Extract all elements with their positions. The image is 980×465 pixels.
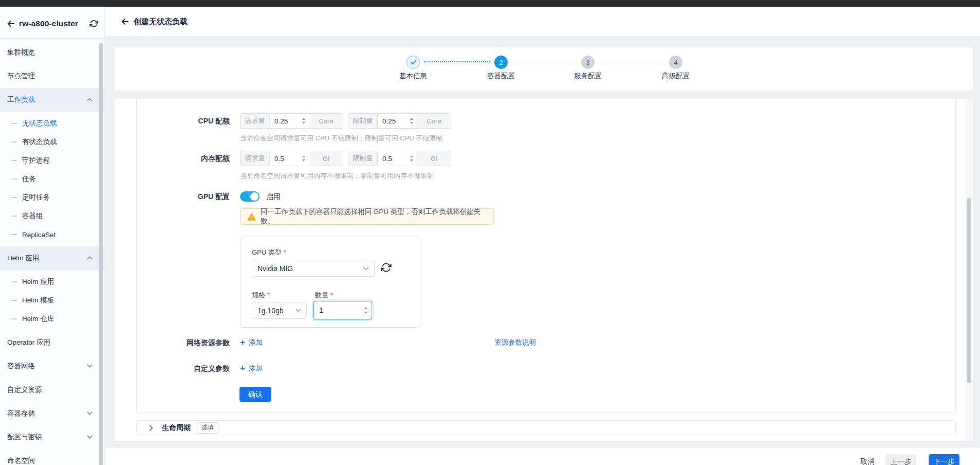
dash-icon: [11, 178, 17, 180]
network-params-label: 网络资源参数: [115, 337, 230, 348]
gpu-config-label: GPU 配置: [115, 191, 230, 202]
page-header: 创建无状态负载: [105, 7, 980, 37]
sidebar-scrollbar-thumb[interactable]: [99, 43, 103, 465]
sidebar-group-config-secrets[interactable]: 配置与密钥: [0, 425, 105, 449]
cpu-request-input[interactable]: [270, 114, 299, 128]
step-1-finished[interactable]: [406, 56, 420, 69]
step-2-active[interactable]: 2: [494, 56, 508, 69]
cpu-unit-suffix: Core: [417, 114, 451, 128]
stepper-card: 2 3 4 基本信息 容器配置 服务配置 高级配置: [115, 47, 973, 91]
sidebar-item-pods[interactable]: 容器组: [0, 207, 105, 225]
chevron-down-icon: [87, 435, 93, 439]
cancel-button[interactable]: 取消: [856, 454, 879, 465]
required-mark: *: [330, 291, 333, 299]
previous-step-button[interactable]: 上一步: [885, 454, 916, 465]
dash-icon: [11, 300, 17, 301]
memory-request-input[interactable]: [270, 151, 299, 166]
plus-icon: +: [240, 364, 245, 373]
cpu-limit-group: 限制量 Core: [348, 113, 451, 129]
sidebar-header: rw-a800-cluster: [0, 7, 104, 39]
dash-icon: [11, 197, 17, 198]
panel-scrollbar-thumb[interactable]: [967, 198, 971, 383]
sidebar-item-helm-repos[interactable]: Helm 仓库: [0, 310, 105, 328]
step-3[interactable]: 3: [581, 56, 595, 69]
sidebar-item-cronjobs[interactable]: 定时任务: [0, 188, 105, 207]
browser-top-bar: [0, 0, 980, 7]
chevron-up-icon: [87, 98, 93, 101]
memory-request-stepper[interactable]: [299, 151, 309, 166]
toggle-knob: [250, 192, 258, 201]
back-arrow-icon[interactable]: [120, 17, 130, 26]
dash-icon: [11, 141, 17, 142]
sidebar-item-cluster-overview[interactable]: 集群概览: [0, 41, 105, 64]
gpu-spec-select[interactable]: 1g.10gb: [252, 302, 307, 319]
dash-icon: [11, 123, 17, 124]
cpu-unit-suffix: Core: [309, 114, 343, 128]
memory-limit-prefix: 限制量: [348, 151, 378, 166]
step-4[interactable]: 4: [669, 56, 682, 69]
sidebar-group-container-network[interactable]: 容器网络: [0, 354, 105, 378]
step-connector: [512, 62, 577, 62]
cpu-quota-hint: 当前命名空间请求量可用 CPU 不做限制；限制量可用 CPU 不做限制: [240, 134, 442, 143]
page-title: 创建无状态负载: [134, 17, 188, 27]
footer-action-bar: 取消 上一步 下一步: [105, 447, 980, 465]
lifecycle-title: 生命周期: [162, 423, 191, 433]
sidebar-item-daemonsets[interactable]: 守护进程: [0, 151, 105, 170]
sidebar-item-node-management[interactable]: 节点管理: [0, 64, 105, 88]
memory-unit-suffix: Gi: [417, 151, 451, 166]
confirm-button[interactable]: 确认: [239, 387, 271, 402]
warning-icon: [247, 213, 256, 221]
memory-limit-input[interactable]: [378, 151, 406, 166]
sync-icon[interactable]: [89, 20, 98, 28]
cpu-limit-stepper[interactable]: [406, 114, 417, 128]
chevron-right-icon: [149, 425, 153, 431]
gpu-toggle-label: 启用: [266, 191, 281, 202]
sidebar-item-deployments[interactable]: 无状态负载: [0, 114, 105, 133]
memory-limit-stepper[interactable]: [406, 151, 417, 166]
required-mark: *: [284, 248, 286, 256]
cpu-request-group: 请求量 Core: [240, 113, 343, 129]
network-params-add-button[interactable]: + 添加: [240, 337, 263, 348]
custom-params-add-button[interactable]: + 添加: [240, 363, 263, 373]
sidebar-group-helm[interactable]: Helm 应用: [0, 246, 105, 270]
sidebar-item-jobs[interactable]: 任务: [0, 170, 105, 188]
resource-params-doc-link[interactable]: 资源参数说明: [494, 338, 536, 347]
cpu-limit-prefix: 限制量: [348, 114, 378, 128]
gpu-type-select[interactable]: Nvidia MIG: [252, 260, 375, 277]
chevron-up-icon: [87, 256, 93, 260]
gpu-count-label: 数量*: [315, 291, 333, 300]
sidebar-item-custom-resources[interactable]: 自定义资源: [0, 378, 105, 402]
check-icon: [410, 60, 417, 65]
cpu-request-stepper[interactable]: [299, 114, 309, 128]
gpu-type-label: GPU 类型*: [252, 248, 286, 257]
helm-sublist: Helm 应用 Helm 模板 Helm 仓库: [0, 273, 104, 328]
gpu-enable-toggle[interactable]: [240, 191, 260, 202]
next-step-button[interactable]: 下一步: [929, 454, 959, 465]
memory-request-prefix: 请求量: [241, 151, 270, 166]
step-2-label: 容器配置: [470, 71, 532, 81]
workloads-sublist: 无状态负载 有状态负载 守护进程 任务 定时任务 容器组 ReplicaSet: [0, 114, 104, 244]
sidebar-item-statefulsets[interactable]: 有状态负载: [0, 133, 105, 151]
sidebar-nav: 集群概览 节点管理 工作负载 无状态负载 有状态负载 守护进程 任务 定时任务 …: [0, 39, 104, 465]
cpu-limit-input[interactable]: [378, 114, 406, 128]
lifecycle-section-header[interactable]: 生命周期 选填: [136, 420, 956, 435]
custom-params-label: 自定义参数: [115, 363, 230, 373]
gpu-spec-label: 规格*: [252, 291, 270, 300]
dash-icon: [11, 234, 17, 235]
dash-icon: [11, 216, 17, 217]
gpu-count-stepper[interactable]: [360, 307, 372, 314]
sidebar: rw-a800-cluster 集群概览 节点管理 工作负载 无状态负载 有状态…: [0, 7, 105, 465]
back-arrow-icon[interactable]: [6, 19, 15, 28]
refresh-icon[interactable]: [381, 262, 392, 274]
step-connector-dotted: [424, 61, 490, 62]
gpu-count-input[interactable]: [314, 306, 360, 314]
dash-icon: [11, 160, 17, 161]
sidebar-item-operator-apps[interactable]: Operator 应用: [0, 331, 105, 354]
sidebar-group-container-storage[interactable]: 容器存储: [0, 402, 105, 425]
sidebar-group-workloads[interactable]: 工作负载: [0, 88, 105, 112]
chevron-down-icon: [87, 364, 93, 368]
sidebar-item-replicasets[interactable]: ReplicaSet: [0, 225, 105, 244]
sidebar-item-namespaces[interactable]: 命名空间: [0, 449, 105, 465]
sidebar-item-helm-templates[interactable]: Helm 模板: [0, 291, 105, 310]
sidebar-item-helm-apps[interactable]: Helm 应用: [0, 273, 105, 291]
